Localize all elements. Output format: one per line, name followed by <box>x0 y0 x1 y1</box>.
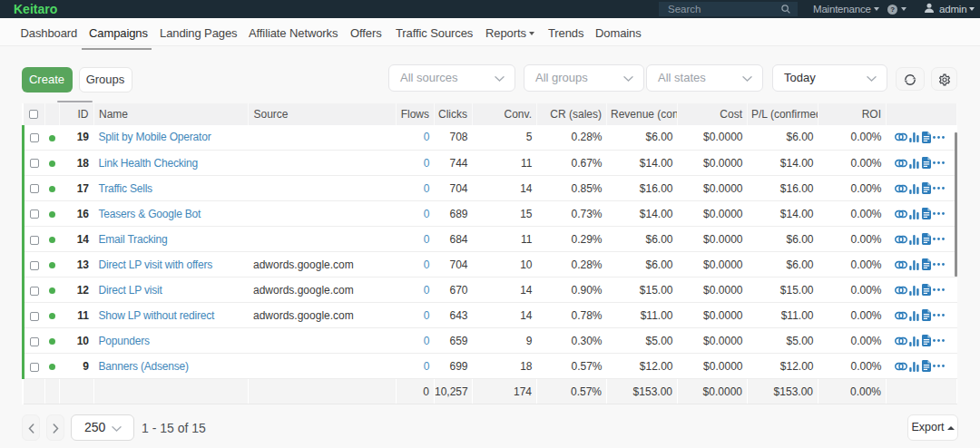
svg-text:?: ? <box>890 5 895 14</box>
